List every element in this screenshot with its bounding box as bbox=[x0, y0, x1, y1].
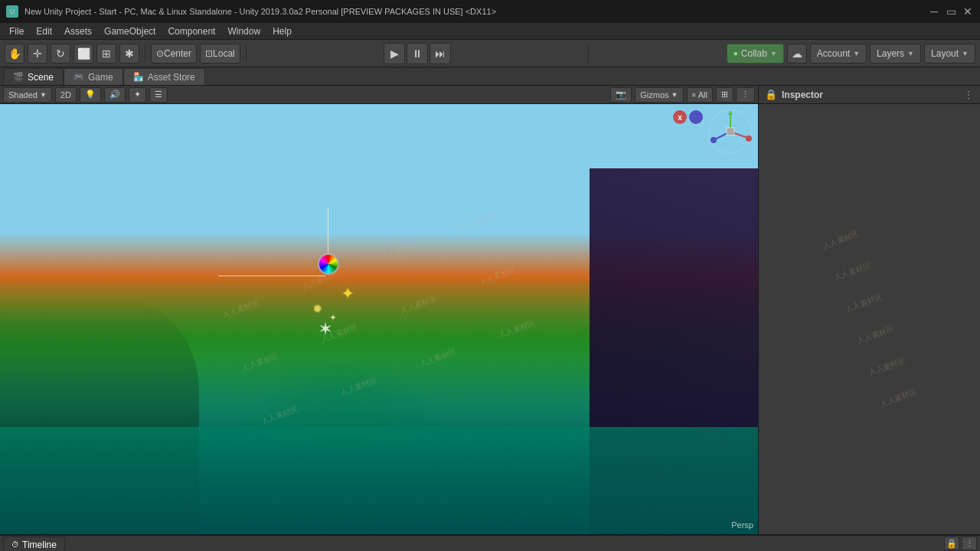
menu-component[interactable]: Component bbox=[162, 24, 221, 38]
tool-rotate[interactable]: ↻ bbox=[51, 44, 70, 64]
tab-game[interactable]: 🎮 Game bbox=[64, 68, 123, 85]
bulb-icon: 💡 bbox=[85, 90, 96, 99]
menu-file[interactable]: File bbox=[3, 24, 30, 38]
svg-point-6 bbox=[710, 137, 717, 143]
gizmos-arrow-icon: ▼ bbox=[671, 91, 678, 99]
inspector-header: 🔒 Inspector ⋮ bbox=[759, 86, 980, 104]
title-bar: U New Unity Project - Start - PC, Mac & … bbox=[0, 0, 980, 23]
inspector-menu-button[interactable]: ⋮ bbox=[963, 89, 974, 101]
x-axis-indicator: x bbox=[673, 110, 687, 124]
scene-menu-button[interactable]: ⋮ bbox=[736, 87, 755, 103]
tab-asset-store[interactable]: 🏪 Asset Store bbox=[123, 68, 205, 85]
tool-hand[interactable]: ✋ bbox=[5, 44, 24, 64]
app-icon: U bbox=[6, 5, 18, 18]
view-tab-row: 🎬 Scene 🎮 Game 🏪 Asset Store bbox=[0, 67, 980, 86]
selection-horizontal-line bbox=[218, 276, 325, 276]
inspector-title: Inspector bbox=[782, 90, 959, 100]
layers-arrow-icon: ▼ bbox=[907, 50, 914, 57]
timeline-lock-button[interactable]: 🔒 bbox=[944, 536, 959, 550]
layout-button[interactable]: Layout ▼ bbox=[924, 44, 975, 64]
pause-button[interactable]: ⏸ bbox=[407, 43, 428, 64]
inspector-lock-icon[interactable]: 🔒 bbox=[765, 89, 777, 100]
store-tab-icon: 🏪 bbox=[133, 72, 144, 82]
effects-icon: ✦ bbox=[134, 90, 141, 99]
svg-point-4 bbox=[746, 135, 752, 142]
scene-tab-icon: 🎬 bbox=[13, 72, 24, 82]
account-arrow-icon: ▼ bbox=[853, 50, 860, 57]
collab-button[interactable]: ● Collab ▼ bbox=[727, 44, 784, 64]
gizmos-button[interactable]: Gizmos ▼ bbox=[635, 87, 683, 103]
inspector-body: 人人素材区 人人素材区 人人素材区 人人素材区 人人素材区 人人素材区 bbox=[759, 104, 980, 534]
timeline-menu-button[interactable]: ⋮ bbox=[962, 536, 977, 550]
separator-2 bbox=[246, 45, 247, 62]
camera-icon: 📷 bbox=[616, 90, 626, 99]
timeline-panel: ⏱ Timeline 🔒 ⋮ Preview ⏮ ⏪ ▶ ⏩ ⏭ ● Local… bbox=[0, 536, 980, 551]
pivot-center-icon: ⊙ bbox=[156, 48, 164, 59]
perspective-label: Persp bbox=[731, 520, 753, 530]
inspector-watermark: 人人素材区 人人素材区 人人素材区 人人素材区 人人素材区 人人素材区 bbox=[759, 104, 980, 534]
separator-1 bbox=[145, 45, 145, 62]
scene-maximize-button[interactable]: ⊞ bbox=[716, 87, 733, 103]
sparkle-effect: ✹ bbox=[312, 302, 322, 316]
bottom-panels: ⏱ Timeline 🔒 ⋮ Preview ⏮ ⏪ ▶ ⏩ ⏭ ● Local… bbox=[0, 534, 980, 551]
scene-area: Shaded ▼ 2D 💡 🔊 ✦ ☰ 📷 bbox=[0, 86, 758, 534]
shading-arrow-icon: ▼ bbox=[40, 91, 47, 99]
scene-toolbar: Shaded ▼ 2D 💡 🔊 ✦ ☰ 📷 bbox=[0, 86, 758, 104]
layers-button[interactable]: Layers ▼ bbox=[870, 44, 921, 64]
tool-rect[interactable]: ⊞ bbox=[96, 44, 116, 64]
main-area: Shaded ▼ 2D 💡 🔊 ✦ ☰ 📷 bbox=[0, 86, 980, 534]
menu-edit[interactable]: Edit bbox=[30, 24, 58, 38]
tool-move[interactable]: ✛ bbox=[28, 44, 47, 64]
2d-toggle-button[interactable]: 2D bbox=[55, 87, 77, 103]
particle-effect: ✶ bbox=[318, 318, 333, 340]
menu-assets[interactable]: Assets bbox=[58, 24, 98, 38]
menu-help[interactable]: Help bbox=[266, 24, 298, 38]
selection-vertical-line bbox=[328, 207, 328, 253]
shading-dropdown[interactable]: Shaded ▼ bbox=[3, 87, 52, 103]
scene-audio-button[interactable]: 🔊 bbox=[104, 87, 126, 103]
timeline-tab-row: ⏱ Timeline 🔒 ⋮ bbox=[0, 536, 980, 551]
tab-timeline[interactable]: ⏱ Timeline bbox=[3, 536, 65, 551]
all-layers-icon: ≡ bbox=[692, 91, 696, 99]
inspector-panel: 🔒 Inspector ⋮ 人人素材区 人人素材区 人人素材区 人人素材区 人人… bbox=[758, 86, 980, 534]
title-text: New Unity Project - Start - PC, Mac & Li… bbox=[24, 7, 496, 16]
audio-icon: 🔊 bbox=[109, 90, 120, 99]
cloud-icon: ☁ bbox=[792, 47, 802, 60]
scene-viewport[interactable]: ✦ ✹ ✦ ✶ x bbox=[0, 104, 758, 534]
hidden-icon: ☰ bbox=[155, 90, 162, 99]
maximize-button[interactable]: ▭ bbox=[945, 5, 957, 18]
scene-effects-button[interactable]: ✦ bbox=[129, 87, 146, 103]
camera-button[interactable]: 📷 bbox=[610, 87, 632, 103]
pivot-center-button[interactable]: ⊙ Center bbox=[151, 44, 197, 64]
tool-transform[interactable]: ✱ bbox=[119, 44, 139, 64]
scene-gizmo bbox=[707, 109, 753, 155]
separator-3 bbox=[588, 45, 589, 62]
cloud-button[interactable]: ☁ bbox=[787, 44, 807, 64]
scene-hidden-button[interactable]: ☰ bbox=[149, 87, 168, 103]
collab-dot: ● bbox=[733, 49, 738, 57]
minimize-button[interactable]: ─ bbox=[928, 5, 940, 18]
tab-scene[interactable]: 🎬 Scene bbox=[3, 68, 64, 85]
game-tab-icon: 🎮 bbox=[74, 72, 84, 82]
svg-rect-7 bbox=[727, 128, 734, 135]
play-controls: ▶ ⏸ ⏭ bbox=[384, 43, 451, 64]
toolbar: ✋ ✛ ↻ ⬜ ⊞ ✱ ⊙ Center ⊡ Local ▶ ⏸ ⏭ ● Col… bbox=[0, 40, 980, 67]
menu-window[interactable]: Window bbox=[221, 24, 266, 38]
menu-gameobject[interactable]: GameObject bbox=[98, 24, 162, 38]
svg-marker-2 bbox=[728, 110, 733, 115]
account-button[interactable]: Account ▼ bbox=[810, 44, 867, 64]
pivot-local-icon: ⊡ bbox=[205, 48, 213, 59]
pivot-local-button[interactable]: ⊡ Local bbox=[200, 44, 240, 64]
tool-scale[interactable]: ⬜ bbox=[74, 44, 93, 64]
scene-lighting-button[interactable]: 💡 bbox=[80, 87, 101, 103]
transform-color-sphere bbox=[318, 253, 339, 275]
light-object: ✦ bbox=[341, 284, 354, 304]
axis-indicator: x bbox=[673, 110, 703, 124]
all-button[interactable]: ≡ All bbox=[687, 87, 714, 103]
close-button[interactable]: ✕ bbox=[962, 5, 974, 18]
z-axis-indicator bbox=[689, 110, 703, 124]
play-button[interactable]: ▶ bbox=[384, 43, 405, 64]
step-button[interactable]: ⏭ bbox=[430, 43, 451, 64]
collab-arrow-icon: ▼ bbox=[770, 50, 777, 57]
water-area bbox=[0, 427, 758, 535]
